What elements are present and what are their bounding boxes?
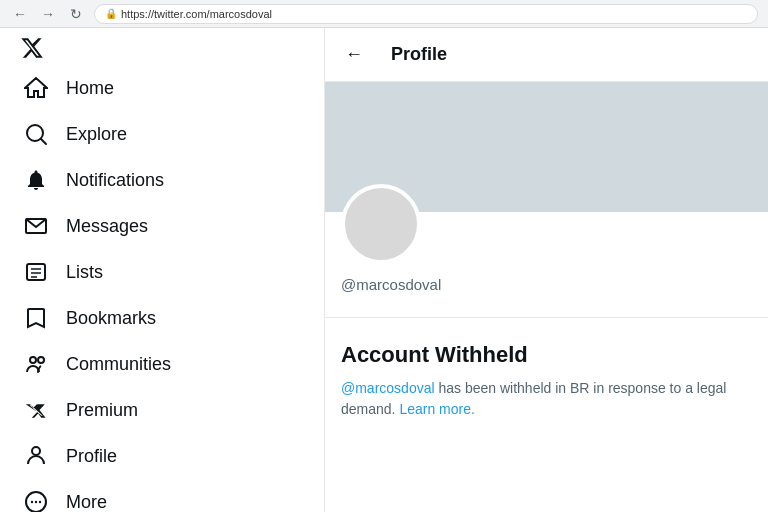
x-circle-icon — [24, 398, 48, 422]
sidebar-item-label-premium: Premium — [66, 401, 138, 419]
withheld-section: Account Withheld @marcosdoval has been w… — [325, 317, 768, 444]
bell-icon — [24, 168, 48, 192]
person-icon — [24, 444, 48, 468]
svg-point-11 — [31, 501, 33, 503]
sidebar-item-label-explore: Explore — [66, 125, 127, 143]
bookmark-icon — [24, 306, 48, 330]
user-info: @marcosdoval — [325, 264, 768, 309]
communities-icon — [24, 352, 48, 376]
envelope-icon — [24, 214, 48, 238]
sidebar-item-label-lists: Lists — [66, 263, 103, 281]
sidebar-item-bookmarks[interactable]: Bookmarks — [12, 296, 312, 340]
user-handle: @marcosdoval — [341, 276, 752, 293]
sidebar-item-messages[interactable]: Messages — [12, 204, 312, 248]
home-icon — [24, 76, 48, 100]
svg-point-12 — [35, 501, 37, 503]
browser-bar: ← → ↻ 🔒 https://twitter.com/marcosdoval — [0, 0, 768, 28]
list-icon — [24, 260, 48, 284]
svg-point-7 — [30, 357, 36, 363]
address-bar[interactable]: 🔒 https://twitter.com/marcosdoval — [94, 4, 758, 24]
withheld-handle: @marcosdoval — [341, 380, 435, 396]
sidebar-item-profile[interactable]: Profile — [12, 434, 312, 478]
forward-button[interactable]: → — [38, 4, 58, 24]
lock-icon: 🔒 — [105, 8, 117, 19]
profile-page-title: Profile — [391, 44, 447, 65]
sidebar-item-explore[interactable]: Explore — [12, 112, 312, 156]
avatar-area — [325, 212, 768, 264]
app-container: Home Explore Notifications — [0, 28, 768, 512]
sidebar-item-more[interactable]: More — [12, 480, 312, 512]
sidebar-item-label-home: Home — [66, 79, 114, 97]
sidebar-item-label-communities: Communities — [66, 355, 171, 373]
svg-line-1 — [41, 139, 46, 144]
svg-point-9 — [32, 447, 40, 455]
sidebar-item-label-more: More — [66, 493, 107, 511]
x-logo[interactable] — [12, 36, 52, 60]
svg-point-13 — [39, 501, 41, 503]
sidebar-item-label-notifications: Notifications — [66, 171, 164, 189]
back-arrow-button[interactable]: ← — [341, 40, 367, 69]
sidebar-item-label-messages: Messages — [66, 217, 148, 235]
more-circle-icon — [24, 490, 48, 512]
svg-point-8 — [38, 357, 44, 363]
withheld-title: Account Withheld — [341, 342, 752, 368]
explore-icon — [24, 122, 48, 146]
profile-page-header: ← Profile — [325, 28, 768, 82]
sidebar-item-home[interactable]: Home — [12, 66, 312, 110]
withheld-text: @marcosdoval has been withheld in BR in … — [341, 378, 752, 420]
reload-button[interactable]: ↻ — [66, 4, 86, 24]
url-text: https://twitter.com/marcosdoval — [121, 8, 272, 20]
sidebar-item-communities[interactable]: Communities — [12, 342, 312, 386]
learn-more-link[interactable]: Learn more. — [399, 401, 474, 417]
sidebar: Home Explore Notifications — [0, 28, 325, 512]
sidebar-item-label-bookmarks: Bookmarks — [66, 309, 156, 327]
sidebar-item-premium[interactable]: Premium — [12, 388, 312, 432]
sidebar-item-label-profile: Profile — [66, 447, 117, 465]
back-button[interactable]: ← — [10, 4, 30, 24]
sidebar-item-notifications[interactable]: Notifications — [12, 158, 312, 202]
main-content: ← Profile @marcosdoval Account Withheld … — [325, 28, 768, 512]
sidebar-item-lists[interactable]: Lists — [12, 250, 312, 294]
avatar — [341, 184, 421, 264]
